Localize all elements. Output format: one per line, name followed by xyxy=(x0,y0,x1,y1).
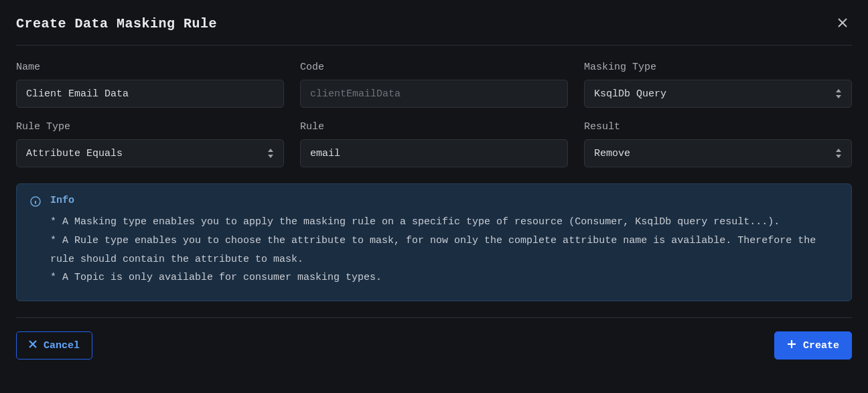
cancel-button[interactable]: Cancel xyxy=(16,331,92,360)
create-button-label: Create xyxy=(803,340,839,351)
masking-type-label: Masking Type xyxy=(584,62,852,73)
rule-label: Rule xyxy=(300,121,568,133)
create-button[interactable]: Create xyxy=(774,331,852,360)
info-body: * A Masking type enables you to apply th… xyxy=(50,213,838,287)
rule-group: Rule email xyxy=(300,121,568,167)
modal-footer: Cancel Create xyxy=(16,317,852,360)
close-button[interactable] xyxy=(833,13,852,34)
rule-input-value: email xyxy=(310,148,340,159)
modal-title: Create Data Masking Rule xyxy=(16,16,217,31)
name-input[interactable]: Client Email Data xyxy=(16,80,284,108)
code-input: clientEmailData xyxy=(300,80,568,108)
info-box: Info * A Masking type enables you to app… xyxy=(16,183,852,301)
modal-header: Create Data Masking Rule xyxy=(16,13,852,46)
code-label: Code xyxy=(300,62,568,73)
info-content: Info * A Masking type enables you to app… xyxy=(50,195,838,287)
code-input-value: clientEmailData xyxy=(310,88,401,100)
rule-type-label: Rule Type xyxy=(16,121,284,133)
name-label: Name xyxy=(16,62,284,73)
close-icon xyxy=(29,340,37,351)
close-icon xyxy=(837,17,848,30)
code-group: Code clientEmailData xyxy=(300,62,568,108)
chevron-sort-icon xyxy=(835,89,842,98)
result-group: Result Remove xyxy=(584,121,852,167)
form-grid: Name Client Email Data Code clientEmailD… xyxy=(16,62,852,167)
create-masking-rule-modal: Create Data Masking Rule Name Client Ema… xyxy=(0,0,868,373)
masking-type-group: Masking Type KsqlDb Query xyxy=(584,62,852,108)
result-label: Result xyxy=(584,121,852,133)
name-input-value: Client Email Data xyxy=(26,88,129,100)
rule-type-select[interactable]: Attribute Equals xyxy=(16,139,284,167)
info-title: Info xyxy=(50,195,838,206)
cancel-button-label: Cancel xyxy=(44,340,80,351)
result-value: Remove xyxy=(594,148,630,159)
rule-type-group: Rule Type Attribute Equals xyxy=(16,121,284,167)
masking-type-select[interactable]: KsqlDb Query xyxy=(584,80,852,108)
info-icon xyxy=(30,196,41,287)
result-select[interactable]: Remove xyxy=(584,139,852,167)
chevron-sort-icon xyxy=(835,149,842,158)
masking-type-value: KsqlDb Query xyxy=(594,88,666,100)
plus-icon xyxy=(787,339,796,352)
rule-input[interactable]: email xyxy=(300,139,568,167)
chevron-sort-icon xyxy=(267,149,274,158)
name-group: Name Client Email Data xyxy=(16,62,284,108)
rule-type-value: Attribute Equals xyxy=(26,148,123,159)
